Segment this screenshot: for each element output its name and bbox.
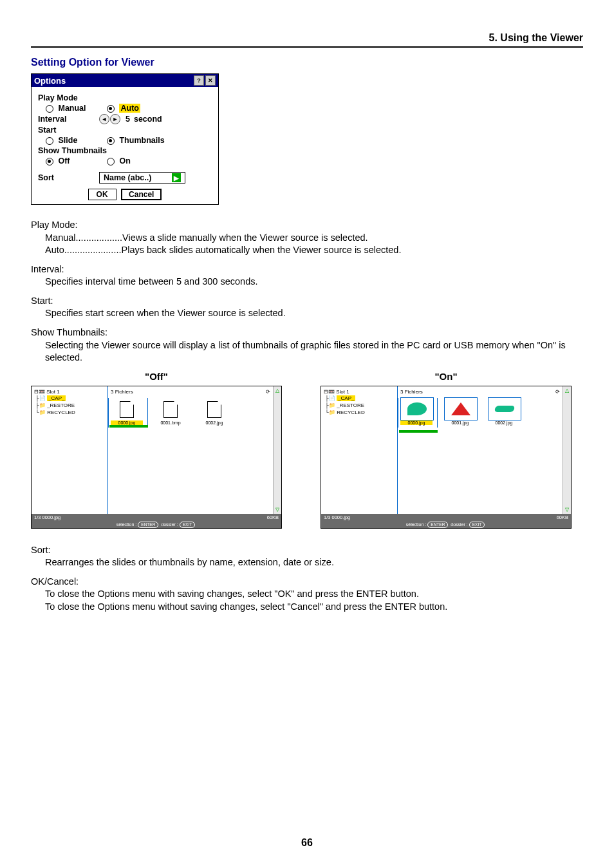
dialog-title: Options xyxy=(34,76,66,86)
interval-label: Interval xyxy=(38,115,99,124)
viewer-on: ⊟📼 Slot 1 ├📄 _CAP_ ├📁 _RESTORE └📁 RECYCL… xyxy=(321,386,572,529)
hint-dossier: dossier : xyxy=(451,522,467,527)
recycled-folder: RECYCLED xyxy=(47,410,75,415)
option-thumbnails: Thumbnails xyxy=(119,136,164,145)
radio-auto[interactable] xyxy=(107,105,115,113)
file-name: 0000.jpg xyxy=(400,420,433,425)
status-bar: 1/3 0000.jpg 60KB xyxy=(321,514,571,521)
sort-label: Sort xyxy=(38,173,99,182)
option-on: On xyxy=(119,156,130,165)
enter-pill: ENTER xyxy=(427,522,448,528)
dots: .................. xyxy=(76,232,123,245)
playmode-label: Play Mode xyxy=(38,93,212,102)
hint-sel: sélection : xyxy=(116,522,137,527)
radio-off[interactable] xyxy=(46,158,53,165)
tree-pane: ⊟📼 Slot 1 ├📄 _CAP_ ├📁 _RESTORE └📁 RECYCL… xyxy=(321,386,397,514)
select-underline xyxy=(399,430,438,433)
radio-on[interactable] xyxy=(107,158,115,165)
off-title: "Off" xyxy=(31,371,282,382)
file-cell[interactable]: 0000.jpg xyxy=(111,397,143,425)
interval-value: 5 xyxy=(126,115,130,124)
file-cell[interactable]: 0001.jpg xyxy=(444,397,476,425)
auto-key: Auto xyxy=(45,244,64,257)
showthumb-term: Show Thumbnails: xyxy=(31,326,583,339)
viewer-off: ⊟📼 Slot 1 ├📄 _CAP_ ├📁 _RESTORE └📁 RECYCL… xyxy=(31,386,282,529)
file-cell[interactable]: 0001.bmp xyxy=(154,397,187,425)
exit-pill: EXIT xyxy=(180,522,195,528)
option-manual: Manual xyxy=(58,104,86,113)
option-slide: Slide xyxy=(58,136,77,145)
scroll-down-icon[interactable]: ▽ xyxy=(275,507,279,513)
file-count: 3 Fichiers xyxy=(400,389,423,395)
interval-increase-icon[interactable]: ► xyxy=(110,114,120,124)
status-left: 1/3 0000.jpg xyxy=(34,514,60,520)
hint-sel: sélection : xyxy=(406,522,427,527)
interval-term: Interval: xyxy=(31,263,583,276)
on-column: "On" ⊟📼 Slot 1 ├📄 _CAP_ ├📁 _RESTORE └📁 R… xyxy=(321,371,572,529)
interval-decrease-icon[interactable]: ◄ xyxy=(99,114,109,124)
exit-pill: EXIT xyxy=(469,522,485,528)
showthumb-desc: Selecting the Viewer source will display… xyxy=(31,339,583,364)
file-name: 0001.jpg xyxy=(444,420,476,425)
file-count: 3 Fichiers xyxy=(111,389,133,395)
radio-slide[interactable] xyxy=(46,137,53,145)
scrollbar[interactable]: △▽ xyxy=(273,386,281,514)
interval-unit: second xyxy=(134,115,162,124)
status-right: 60KB xyxy=(267,514,279,520)
options-dialog: Options ? ✕ Play Mode Manual Auto Interv… xyxy=(31,73,219,205)
file-name: 0002.jpg xyxy=(488,420,520,425)
thumbnail-image xyxy=(488,397,521,420)
file-cell[interactable]: 0002.jpg xyxy=(488,397,520,425)
cancel-button[interactable]: Cancel xyxy=(121,189,162,200)
scroll-down-icon[interactable]: ▽ xyxy=(565,507,569,513)
file-cell[interactable]: 0000.jpg xyxy=(400,397,433,425)
refresh-icon[interactable]: ⟳ xyxy=(266,389,270,395)
start-term: Start: xyxy=(31,295,583,308)
radio-manual[interactable] xyxy=(46,105,53,113)
option-off: Off xyxy=(58,156,70,165)
status-bar: 1/3 0000.jpg 60KB xyxy=(32,514,281,521)
status-right: 60KB xyxy=(557,514,568,520)
sort-value: Name (abc..) xyxy=(104,173,151,182)
slot-label: Slot 1 xyxy=(336,389,349,395)
dots: ...................... xyxy=(64,244,122,257)
hint-bar: sélection :ENTER dossier :EXIT xyxy=(32,521,281,528)
slot-label: Slot 1 xyxy=(46,389,59,395)
close-icon[interactable]: ✕ xyxy=(205,75,216,86)
playmode-term: Play Mode: xyxy=(31,219,583,232)
scroll-up-icon[interactable]: △ xyxy=(275,388,279,393)
scroll-up-icon[interactable]: △ xyxy=(565,388,569,393)
help-icon[interactable]: ? xyxy=(194,75,204,86)
scrollbar[interactable]: △▽ xyxy=(563,386,571,514)
interval-desc: Specifies interval time between 5 and 30… xyxy=(31,276,583,288)
ok-desc-1: To close the Options menu with saving ch… xyxy=(31,588,583,601)
on-title: "On" xyxy=(321,371,572,382)
file-cell[interactable]: 0002.jpg xyxy=(198,397,230,425)
section-title: Setting Option for Viewer xyxy=(31,57,583,68)
file-icon xyxy=(120,401,134,418)
start-desc: Specifies start screen when the Viewer s… xyxy=(31,307,583,320)
off-column: "Off" ⊟📼 Slot 1 ├📄 _CAP_ ├📁 _RESTORE └📁 … xyxy=(31,371,282,529)
refresh-icon[interactable]: ⟳ xyxy=(555,389,560,395)
cap-folder: _CAP_ xyxy=(337,395,355,401)
file-name: 0001.bmp xyxy=(154,420,187,425)
thumbnail-image xyxy=(444,397,478,420)
ok-button[interactable]: OK xyxy=(88,189,116,200)
restore-folder: _RESTORE xyxy=(337,402,364,408)
status-left: 1/3 0000.jpg xyxy=(324,514,350,520)
hint-bar: sélection :ENTER dossier :EXIT xyxy=(321,521,571,528)
thumbnail-image xyxy=(400,397,434,420)
auto-desc: Plays back slides automatically when the… xyxy=(121,244,401,257)
file-icon xyxy=(163,401,178,418)
radio-thumbnails[interactable] xyxy=(107,137,115,145)
okcancel-term: OK/Cancel: xyxy=(31,576,583,589)
showthumb-label: Show Thumbnails xyxy=(38,146,212,155)
sort-dropdown[interactable]: Name (abc..) ▶ xyxy=(99,172,185,184)
divider xyxy=(31,46,583,48)
enter-pill: ENTER xyxy=(138,522,158,528)
restore-folder: _RESTORE xyxy=(47,402,75,408)
hint-dossier: dossier : xyxy=(161,522,178,527)
ok-desc-2: To close the Options menu without saving… xyxy=(31,601,583,614)
sort-term: Sort: xyxy=(31,544,583,557)
dialog-titlebar: Options ? ✕ xyxy=(32,74,218,87)
